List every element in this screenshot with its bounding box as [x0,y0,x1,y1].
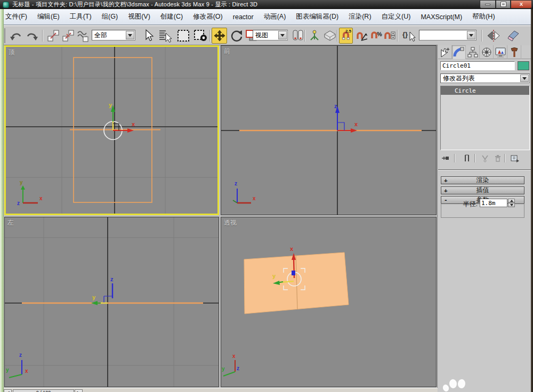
pin-stack-button[interactable] [440,153,451,163]
axis-tripod: z x [233,181,256,203]
time-slider-bar: ◀ 0 / 100 ▶ [0,388,438,392]
svg-text:y: y [92,294,96,300]
undo-button[interactable] [8,28,24,44]
menu-maxscript[interactable]: MAXScript(M) [421,13,462,21]
svg-text:z: z [334,103,337,109]
dropdown-arrow-icon[interactable] [467,31,475,39]
manipulate-icon [308,29,321,43]
dropdown-arrow-icon[interactable] [520,75,529,82]
select-object-button[interactable] [140,28,156,44]
menu-graph-editors[interactable]: 图表编辑器(D) [296,12,338,21]
3dsmax-app-icon [3,2,9,8]
align-button[interactable] [505,28,521,44]
rollout-interpolation[interactable]: + 插值 [441,186,524,194]
menu-edit[interactable]: 编辑(E) [37,12,60,21]
maximize-button[interactable] [496,0,511,9]
viewport-label-front[interactable]: 前 [224,47,230,56]
viewport-front[interactable]: z x z x 前 [221,45,437,215]
window-crossing-toggle-button[interactable] [192,28,208,44]
viewport-label-left[interactable]: 左 [7,218,14,227]
dropdown-arrow-icon[interactable] [278,31,287,39]
spinner-snap-icon [383,29,396,42]
menu-reactor[interactable]: reactor [233,13,254,21]
svg-text:x: x [132,121,135,127]
spinner-up-icon [510,200,513,202]
dropdown-arrow-icon[interactable] [126,31,134,39]
time-slider-track[interactable]: 0 / 100 [13,389,74,392]
menu-views[interactable]: 视图(V) [128,12,150,21]
select-and-manipulate-button[interactable] [306,28,322,44]
reference-coordinate-dropdown[interactable]: 视图 [253,30,288,40]
tab-utilities[interactable] [507,45,521,59]
rollout-rendering[interactable]: + 渲染 [441,176,524,184]
tab-modify[interactable] [452,45,466,59]
show-end-result-button[interactable] [462,153,472,163]
move-gizmo[interactable]: z y [91,276,114,305]
menu-tools[interactable]: 工具(T) [70,12,92,21]
viewport-perspective[interactable]: x y x z y 透视 [221,217,437,387]
selection-filter-dropdown[interactable]: 全部 [92,30,135,40]
redo-button[interactable] [24,28,40,44]
time-slider-left-arrow[interactable]: ◀ [4,389,12,392]
radius-spinner[interactable] [508,199,515,207]
svg-text:z: z [110,276,114,282]
modifier-list-dropdown[interactable]: 修改器列表 [440,74,530,83]
viewport-left[interactable]: z y z x y 左 [4,217,219,387]
menu-file[interactable]: 文件(F) [5,12,27,21]
viewport-label-perspective[interactable]: 透视 [224,218,237,227]
window-crossing-icon [193,29,207,43]
axis-tripod: x z y [222,353,239,376]
spinner-up-button[interactable] [508,199,515,203]
menu-modifiers[interactable]: 修改器(O) [193,12,223,21]
spinner-down-icon [510,204,513,206]
angle-snap-icon [355,29,368,42]
menu-create[interactable]: 创建(C) [160,12,183,21]
select-and-link-button[interactable] [45,28,61,44]
snap-toggle-button[interactable]: 2.5 [339,28,353,44]
menu-customize[interactable]: 自定义(U) [382,12,411,21]
object-color-swatch[interactable] [518,61,529,70]
minimize-button[interactable] [480,0,496,9]
unlink-icon [61,29,75,43]
modifier-stack-list[interactable]: Circle [440,86,530,150]
bind-to-space-warp-button[interactable] [75,28,91,44]
hierarchy-icon [467,46,479,58]
menu-animation[interactable]: 动画(A) [264,12,286,21]
stack-item-circle[interactable]: Circle [441,86,529,95]
select-and-rotate-button[interactable] [229,28,245,44]
rollout-rendering-label: 渲染 [477,176,489,185]
object-name-field[interactable] [440,61,515,70]
menu-rendering[interactable]: 渲染(R) [349,12,371,21]
viewport-top[interactable]: y x y x z 顶 [4,45,219,215]
menu-bar: 文件(F) 编辑(E) 工具(T) 组(G) 视图(V) 创建(C) 修改器(O… [0,9,533,25]
spinner-down-button[interactable] [508,203,515,207]
tab-display[interactable] [494,45,507,59]
tab-motion[interactable] [480,45,494,59]
spinner-snap-toggle-button[interactable] [382,28,398,44]
align-icon [506,29,521,43]
select-by-name-button[interactable] [157,28,173,44]
tab-create[interactable] [438,45,452,59]
angle-snap-toggle-button[interactable] [353,28,369,44]
configure-modifier-sets-button[interactable] [510,153,520,163]
named-selection-dropdown[interactable] [419,30,477,40]
named-selection-sets-button[interactable]: {} [401,28,417,44]
selection-filter-value: 全部 [94,31,107,40]
remove-modifier-button[interactable] [492,153,503,163]
mirror-button[interactable] [486,28,502,44]
unlink-selection-button[interactable] [60,28,76,44]
select-and-move-button[interactable] [212,28,227,44]
make-unique-button[interactable] [480,153,490,163]
rectangular-selection-region-button[interactable] [175,28,191,44]
use-pivot-point-center-button[interactable] [290,28,306,44]
keyboard-shortcut-override-button[interactable] [322,28,338,44]
tab-hierarchy[interactable] [466,45,480,59]
viewport-label-top[interactable]: 顶 [9,48,15,57]
menu-help[interactable]: 帮助(H) [472,12,495,21]
axis-tripod: z x y [6,352,28,378]
time-slider-right-arrow[interactable]: ▶ [75,389,83,392]
radius-field[interactable] [480,199,507,207]
title-bar[interactable]: 无标题 - 项目文件夹: D:\用户目录\我的文档\3dsmax - Autod… [0,0,533,9]
menu-group[interactable]: 组(G) [102,12,118,21]
close-button[interactable]: X [511,0,532,9]
